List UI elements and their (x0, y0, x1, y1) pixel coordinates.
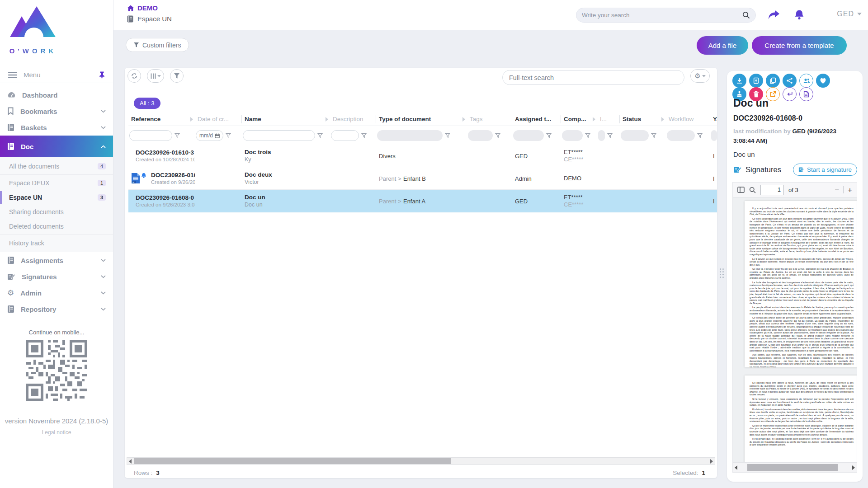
legal-notice-link[interactable]: Legal notice (0, 429, 113, 436)
pdf-horizontal-scrollbar[interactable] (733, 462, 857, 472)
doc-assigned: GED (515, 198, 528, 205)
submenu-item-history-track[interactable]: History track (0, 236, 113, 250)
columns-button[interactable] (147, 69, 164, 83)
assign-users-button[interactable] (799, 74, 813, 88)
filter-funnel-icon[interactable] (607, 133, 613, 138)
share-button[interactable] (783, 74, 797, 88)
sidebar-menu-toggle[interactable]: Menu (0, 67, 113, 83)
filter-funnel-icon[interactable] (546, 133, 552, 138)
doc-reference: DOC230926-01609-0 (151, 172, 195, 178)
filter-input-y[interactable] (711, 130, 717, 141)
upload-version-button[interactable] (749, 74, 763, 88)
submenu-item-sharing-documents[interactable]: Sharing documents (0, 205, 113, 219)
share-redirect-button[interactable] (766, 7, 782, 23)
filter-input-type[interactable] (377, 130, 443, 141)
scrollbar-thumb[interactable] (134, 458, 451, 464)
pdf-search-icon[interactable] (749, 187, 756, 193)
sidebar-item-dashboard[interactable]: Dashboard (0, 87, 113, 103)
submenu-item-espace-un[interactable]: Espace UN 3 (0, 190, 113, 205)
table-settings-button[interactable]: ⚙ (690, 69, 710, 83)
selected-count: 1 (702, 469, 705, 476)
filter-input-name[interactable] (243, 130, 315, 141)
column-header-tags[interactable]: Tags (467, 115, 512, 123)
filter-input-status[interactable] (621, 130, 649, 141)
pdf-pages[interactable]: Il y a aujourd'hui trois cent quarante-h… (733, 197, 857, 462)
sidebar-item-admin[interactable]: ⚙ Admin (0, 285, 113, 301)
sidebar-item-repository[interactable]: Repository (0, 301, 113, 317)
space-title[interactable]: Espace UN (137, 15, 172, 23)
search-icon[interactable] (742, 11, 750, 19)
filter-funnel-icon[interactable] (697, 133, 703, 138)
all-count-chip[interactable]: All : 3 (134, 98, 160, 109)
global-search-input[interactable] (582, 12, 742, 19)
custom-filters-button[interactable]: Custom filters (126, 38, 189, 52)
start-signature-button[interactable]: Start a signature (793, 164, 857, 176)
scroll-right-arrow-icon[interactable] (852, 465, 855, 470)
table-row[interactable]: w DOC230926-01609-0 Created on 9/26/2023… (128, 167, 717, 190)
submenu-item-deleted-documents[interactable]: Deleted documents (0, 219, 113, 234)
filter-input-comp[interactable] (562, 130, 583, 141)
column-header-name[interactable]: Name (242, 116, 330, 122)
column-header-y[interactable]: Y... (710, 116, 717, 122)
column-header-assigned[interactable]: Assigned t... (512, 115, 561, 123)
filter-funnel-icon[interactable] (361, 133, 367, 138)
zoom-in-button[interactable]: + (848, 186, 852, 194)
filter-funnel-icon[interactable] (317, 133, 323, 138)
create-from-template-button[interactable]: Create from a template (752, 36, 847, 55)
column-header-reference[interactable]: Reference (128, 116, 195, 122)
user-menu[interactable]: GED (837, 10, 862, 18)
app-title[interactable]: DEMO (137, 4, 158, 12)
scrollbar-thumb[interactable] (747, 464, 838, 471)
zoom-out-button[interactable]: − (835, 186, 839, 194)
submenu-item-espace-deux[interactable]: Espace DEUX 1 (0, 176, 113, 190)
column-header-i[interactable]: I... (597, 115, 620, 123)
column-header-status[interactable]: Status (620, 116, 666, 122)
download-button[interactable] (732, 74, 746, 88)
filter-funnel-icon[interactable] (226, 133, 231, 138)
filter-input-date[interactable]: mm/d (196, 130, 223, 141)
filter-input-assigned[interactable] (513, 130, 544, 141)
table-row-selected[interactable]: DOC230926-01608-0 Created on 9/26/2023 3… (128, 190, 717, 212)
sidebar-item-label: Repository (21, 305, 101, 313)
column-header-description[interactable]: Description (330, 115, 376, 123)
table-horizontal-scrollbar[interactable] (127, 457, 715, 465)
filter-input-tags[interactable] (468, 130, 493, 141)
add-file-button[interactable]: Add a file (697, 36, 748, 55)
column-header-date[interactable]: Date of cr... (195, 115, 242, 123)
favorite-button[interactable] (816, 74, 830, 88)
sidebar-item-assignments[interactable]: Assignments (0, 252, 113, 268)
filter-funnel-icon[interactable] (175, 133, 180, 138)
page-number-input[interactable] (760, 185, 784, 195)
column-header-workflow[interactable]: Workflow (666, 115, 710, 123)
return-button[interactable] (783, 87, 797, 101)
filter-input-i[interactable] (598, 130, 605, 141)
filter-input-workflow[interactable] (667, 130, 695, 141)
filter-funnel-icon[interactable] (585, 133, 590, 138)
sidebar-item-signatures[interactable]: Signatures (0, 268, 113, 285)
refresh-button[interactable] (127, 69, 141, 83)
filter-funnel-icon[interactable] (651, 133, 656, 138)
table-row[interactable]: DOC230926-01610-3 Created on 10/28/2024 … (128, 145, 717, 167)
scroll-left-arrow-icon[interactable] (735, 465, 737, 470)
copy-button[interactable] (766, 74, 780, 88)
column-header-type[interactable]: Type of document (376, 116, 467, 122)
filter-input-description[interactable] (331, 130, 359, 141)
sidebar-item-baskets[interactable]: Baskets (0, 119, 113, 136)
sidebar-item-bookmarks[interactable]: Bookmarks (0, 103, 113, 119)
scroll-left-arrow-icon[interactable] (129, 459, 132, 464)
column-header-comp[interactable]: Comp... (561, 116, 597, 122)
submenu-item-all-documents[interactable]: All the documents 4 (0, 159, 113, 174)
filter-funnel-icon[interactable] (495, 133, 500, 138)
panel-resize-handle[interactable] (720, 268, 724, 278)
pin-icon[interactable] (99, 71, 105, 79)
notifications-button[interactable] (792, 7, 807, 23)
fulltext-search-input[interactable] (509, 74, 678, 81)
table-filter-button[interactable] (170, 69, 184, 83)
filter-funnel-icon[interactable] (445, 133, 450, 138)
sidebar-toggle-icon[interactable] (737, 187, 745, 193)
filter-input-reference[interactable] (129, 130, 172, 141)
divider (0, 235, 113, 235)
document-properties-button[interactable] (799, 87, 813, 101)
scroll-right-arrow-icon[interactable] (710, 459, 713, 464)
sidebar-item-doc[interactable]: Doc (0, 136, 113, 157)
